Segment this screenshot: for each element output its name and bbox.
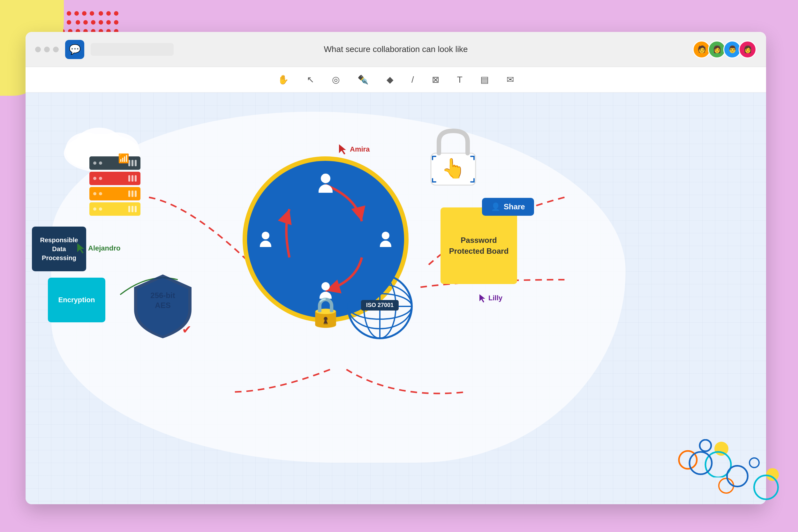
browser-expand-dot[interactable] (53, 46, 59, 52)
circle-tool-icon[interactable]: ◎ (329, 72, 342, 88)
cursor-alejandro: Alejandro (77, 243, 120, 254)
svg-text:👆: 👆 (441, 157, 466, 180)
password-board-card: Password Protected Board (440, 207, 517, 284)
encryption-card: Encryption (48, 278, 105, 322)
cursor-lilly-label: Lilly (488, 294, 502, 302)
browser-chrome: 💬 What secure collaboration can look lik… (25, 32, 766, 67)
shield-checkmark-icon: ✔ (182, 323, 191, 336)
person-top-icon (319, 174, 332, 193)
globe-iso: ISO 27001 (345, 271, 415, 343)
padlock-fingerprint: 👆 (424, 125, 482, 190)
cursor-alejandro-label: Alejandro (88, 244, 120, 252)
note-tool-icon[interactable]: ✉ (504, 72, 516, 88)
board-title: What secure collaboration can look like (324, 44, 468, 54)
svg-marker-14 (479, 294, 485, 303)
wifi-icon: 📶 (118, 153, 129, 164)
deco-circle-blue-large (726, 465, 748, 487)
browser-traffic-lights (35, 46, 59, 52)
svg-point-16 (700, 440, 711, 451)
table-tool-icon[interactable]: ▤ (478, 72, 491, 88)
cursor-amira: Amira (338, 144, 369, 155)
collaborator-avatars: 🧑 👩 👨 👩 (695, 40, 757, 58)
select-tool-icon[interactable]: ↖ (304, 72, 317, 88)
server-stack (89, 156, 140, 217)
eraser-tool-icon[interactable]: ◆ (384, 72, 396, 88)
lock-icon: 🔒 (308, 295, 343, 329)
svg-point-15 (715, 442, 728, 456)
browser-minimize-dot[interactable] (44, 46, 50, 52)
shape-tool-icon[interactable]: ⊠ (429, 72, 442, 88)
browser-window: 💬 What secure collaboration can look lik… (25, 32, 766, 504)
app-logo-icon: 💬 (69, 44, 81, 55)
share-icon: 👤 (491, 202, 500, 211)
pen-tool-icon[interactable]: ✒️ (355, 72, 371, 88)
hand-tool-icon[interactable]: ✋ (275, 72, 291, 88)
canvas-deco-circles (670, 439, 734, 479)
shield-text: 256-bit AES (144, 290, 182, 310)
shield-aes: 256-bit AES ✔ (131, 271, 195, 343)
person-left-icon (260, 232, 271, 247)
browser-close-dot[interactable] (35, 46, 41, 52)
person-right-icon (380, 232, 391, 247)
address-bar[interactable] (91, 43, 174, 56)
drawing-toolbar: ✋ ↖ ◎ ✒️ ◆ / ⊠ T ▤ ✉ (25, 67, 766, 93)
app-logo: 💬 (65, 40, 84, 59)
text-tool-icon[interactable]: T (455, 72, 465, 88)
deco-circle-blue-small (749, 457, 760, 468)
cursor-lilly: Lilly (479, 293, 502, 303)
canvas-area[interactable]: 📶 (25, 93, 766, 504)
deco-circle-teal (753, 475, 779, 500)
share-button[interactable]: 👤 Share (482, 198, 534, 216)
cursor-amira-label: Amira (350, 145, 369, 153)
svg-marker-13 (339, 144, 346, 154)
svg-point-19 (689, 452, 712, 474)
line-tool-icon[interactable]: / (409, 72, 417, 88)
avatar-4: 👩 (739, 40, 757, 58)
iso-badge: ISO 27001 (361, 300, 399, 310)
svg-marker-12 (77, 243, 84, 253)
